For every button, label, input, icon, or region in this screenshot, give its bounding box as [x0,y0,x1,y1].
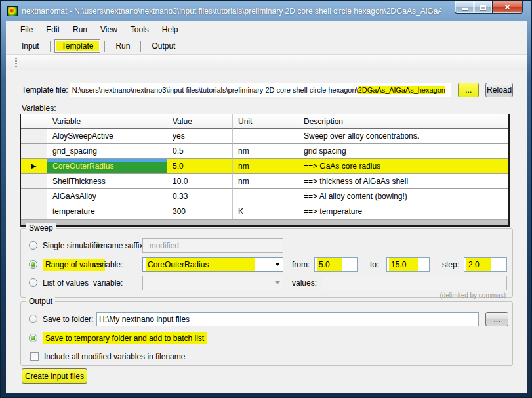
save-temporary-radio[interactable] [29,334,37,342]
table-header-row: Variable Value Unit Description [21,114,508,129]
row-gutter[interactable] [21,204,47,219]
column-header-variable[interactable]: Variable [47,114,167,129]
to-label: to: [370,260,379,269]
include-variables-row: Include all modified variables in filena… [21,349,512,364]
range-of-values-row: Range of values variable: CoreOuterRadiu… [21,257,512,272]
cell-variable[interactable]: grid_spacing [47,144,167,159]
column-header-value[interactable]: Value [167,114,233,129]
list-of-values-label: List of values [43,278,89,288]
cell-value[interactable]: 0.5 [167,144,233,159]
include-variables-checkbox[interactable] [30,352,39,361]
tab-separator [140,41,141,52]
cell-variable-selected[interactable]: CoreOuterRadius [47,159,167,174]
values-label: values: [292,278,317,288]
to-field[interactable]: 15.0 [386,257,430,272]
step-field[interactable]: 2.0 [464,257,507,272]
maximize-button[interactable] [474,1,493,14]
minimize-icon [462,8,468,10]
cell-variable[interactable]: AlGaAsAlloy [47,189,167,204]
menu-item-help[interactable]: Help [155,22,185,37]
header-gutter [21,114,47,129]
table-row: grid_spacing 0.5 nm grid spacing [21,144,508,159]
cell-value[interactable]: yes [167,129,233,144]
client-area: File Edit Run View Tools Help Input Temp… [6,21,527,393]
chevron-down-icon [272,258,283,271]
save-temporary-label: Save to temporary folder and add to batc… [43,332,207,344]
save-to-folder-row: Save to folder: H:\My nextnano input fil… [21,311,512,326]
from-value: 5.0 [317,258,342,271]
range-variable-value: CoreOuterRadius [146,258,255,271]
tab-input[interactable]: Input [15,40,46,52]
cell-variable[interactable]: temperature [47,204,167,219]
create-input-files-button[interactable]: Create input files [22,368,87,384]
close-icon: ✕ [504,3,510,12]
browse-folder-button[interactable]: ... [485,312,508,326]
toolbar-grip-icon[interactable] [15,58,17,67]
close-button[interactable]: ✕ [493,1,523,14]
cell-unit[interactable]: nm [233,159,298,174]
cell-unit[interactable]: nm [233,144,298,159]
menu-item-tools[interactable]: Tools [124,22,155,37]
variables-label: Variables: [22,104,56,113]
minimize-button[interactable] [455,1,474,14]
menu-item-view[interactable]: View [94,22,124,37]
cell-value[interactable]: 300 [167,204,233,219]
cell-unit[interactable]: K [233,204,298,219]
cell-unit[interactable] [233,129,298,144]
cell-description[interactable]: Sweep over alloy concentrations. [298,129,508,144]
row-gutter[interactable] [21,189,47,204]
menu-item-run[interactable]: Run [66,22,94,37]
column-header-description[interactable]: Description [298,114,508,129]
from-field[interactable]: 5.0 [314,257,358,272]
row-gutter[interactable] [21,129,47,144]
range-variable-dropdown[interactable]: CoreOuterRadius [142,257,283,272]
single-simulation-radio[interactable] [29,241,37,250]
cell-description[interactable]: ==> temperature [298,204,508,219]
row-selector-icon: ▶ [31,159,37,173]
delimited-hint: (delimited by commas) [440,292,506,299]
cell-description[interactable]: ==> GaAs core radius [298,159,508,174]
table-row: AloySweepActive yes Sweep over alloy con… [21,129,508,144]
cell-variable[interactable]: AloySweepActive [47,129,167,144]
step-value: 2.0 [466,258,491,271]
cell-description[interactable]: ==> thickness of AlGaAs shell [298,174,508,189]
to-value: 15.0 [389,258,418,271]
reload-button[interactable]: Reload [485,83,513,97]
tab-run[interactable]: Run [109,40,136,52]
save-folder-field[interactable]: H:\My nextnano input files [96,312,479,326]
template-file-input[interactable]: N:\users\nextnano\nextnano3\input files\… [70,83,452,97]
table-row: ShellThickness 10.0 nm ==> thickness of … [21,174,508,189]
filename-suffix-field: _modified [142,238,283,253]
cell-variable[interactable]: ShellThickness [47,174,167,189]
list-of-values-radio[interactable] [29,278,37,287]
sweep-groupbox-title: Sweep [26,223,56,232]
row-gutter-selected[interactable]: ▶ [21,159,47,174]
range-of-values-radio[interactable] [29,260,37,269]
window-title: nextnanomat - N:\users\nextnano\nextnano… [22,7,441,16]
row-gutter[interactable] [21,174,47,189]
include-variables-label: Include all modified variables in filena… [44,352,185,361]
template-file-path-prefix: N:\users\nextnano\nextnano3\input files\… [72,86,358,94]
cell-description[interactable]: ==> Al alloy content (bowing!) [298,189,508,204]
cell-value[interactable]: 0.33 [167,189,233,204]
tab-separator [186,41,186,52]
tab-separator [50,41,51,52]
template-file-path-highlight: 2DGaAs_AlGaAs_hexagon [358,86,445,94]
table-horizontal-scrollbar[interactable] [21,219,508,225]
cell-value[interactable]: 10.0 [167,174,233,189]
save-to-folder-radio[interactable] [29,315,37,323]
tab-output[interactable]: Output [145,40,182,52]
row-gutter[interactable] [21,144,47,159]
output-groupbox: Output Save to folder: H:\My nextnano in… [20,301,513,366]
menu-item-edit[interactable]: Edit [39,22,66,37]
tab-template[interactable]: Template [54,39,101,53]
browse-template-button[interactable]: ... [458,83,479,97]
cell-description[interactable]: grid spacing [298,144,508,159]
cell-unit[interactable]: nm [233,174,298,189]
title-bar[interactable]: nextnanomat - N:\users\nextnano\nextnano… [1,1,531,21]
column-header-unit[interactable]: Unit [233,114,298,129]
cell-value[interactable]: 5.0 [167,159,233,174]
menu-item-file[interactable]: File [14,22,39,37]
tab-separator [104,41,105,52]
cell-unit[interactable] [233,189,298,204]
